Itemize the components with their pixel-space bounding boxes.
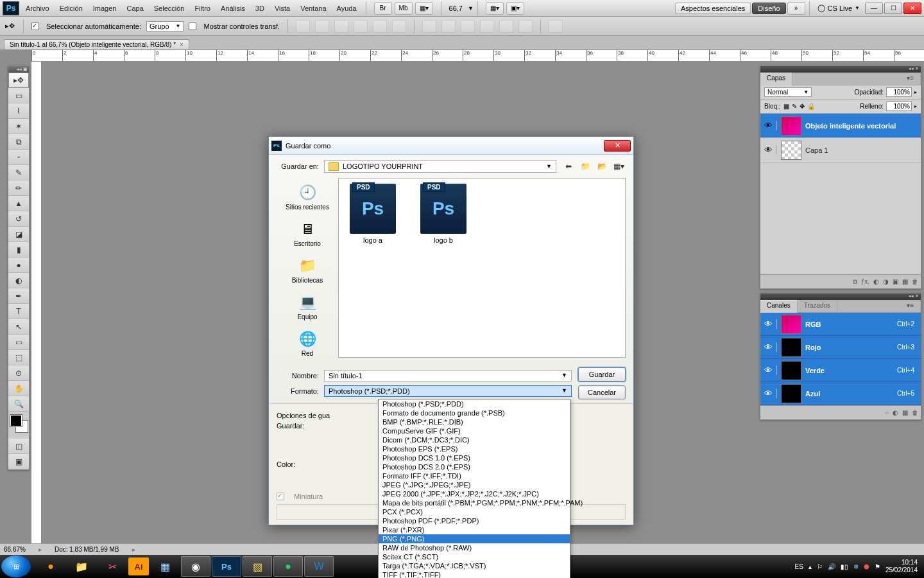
file-item[interactable]: Pslogo b	[415, 184, 472, 244]
layer-fx-icon[interactable]: ƒx.	[861, 278, 869, 285]
eyedropper-tool[interactable]: ⁃	[8, 150, 29, 165]
hand-tool[interactable]: ✋	[8, 381, 29, 396]
format-option[interactable]: TIFF (*.TIF;*.TIFF)	[379, 570, 570, 578]
window-minimize-button[interactable]: —	[865, 3, 883, 14]
tray-show-hidden-icon[interactable]: ▴	[809, 563, 812, 570]
close-icon[interactable]: ×	[180, 41, 184, 48]
places-sitios-recientes[interactable]: 🕘Sitios recientes	[278, 180, 336, 213]
places-equipo[interactable]: 💻Equipo	[278, 290, 336, 323]
cslive-button[interactable]: ◯ CS Live ▼	[814, 4, 864, 12]
bridge-icon[interactable]: Br	[374, 2, 392, 15]
cancel-button[interactable]: Cancelar	[578, 385, 626, 399]
menu-capa[interactable]: Capa	[121, 2, 148, 15]
tray-action-center-icon[interactable]: ⚑	[875, 563, 880, 570]
format-option[interactable]: JPEG 2000 (*.JPF;*.JPX;*.JP2;*.J2C;*.J2K…	[379, 489, 570, 498]
taskbar-snipping[interactable]: ✂	[98, 556, 127, 577]
panel-menu-icon[interactable]: ▾≡	[900, 73, 921, 85]
format-option[interactable]: Photoshop (*.PSD;*.PDD)	[379, 399, 570, 408]
visibility-icon[interactable]: 👁	[760, 121, 777, 130]
file-item[interactable]: Pslogo a	[344, 184, 402, 244]
tray-clock[interactable]: 10:14 25/02/2014	[886, 559, 918, 574]
zoom-level-readout[interactable]: 66,7	[445, 4, 466, 12]
workspace-essentials-button[interactable]: Aspectos esenciales	[675, 3, 751, 14]
screen-mode-icon[interactable]: ▣▾	[506, 2, 524, 15]
history-brush-tool[interactable]: ↺	[8, 211, 29, 227]
brush-tool[interactable]: ✏	[8, 180, 29, 196]
new-channel-icon[interactable]: ▦	[902, 409, 908, 416]
taskbar-firefox[interactable]: ●	[36, 556, 65, 577]
start-button[interactable]: ⊞	[1, 556, 31, 577]
menu-análisis[interactable]: Análisis	[216, 2, 250, 15]
channel-row[interactable]: 👁AzulCtrl+5	[760, 382, 921, 405]
adjustment-layer-icon[interactable]: ◑	[883, 278, 889, 285]
tray-language[interactable]: ES	[795, 563, 803, 570]
type-tool[interactable]: T	[8, 304, 29, 319]
fill-input[interactable]: 100%	[886, 101, 912, 111]
3d-camera-tool[interactable]: ⊙	[8, 365, 29, 381]
marquee-tool[interactable]: ▭	[8, 88, 29, 103]
places-red[interactable]: 🌐Red	[278, 327, 336, 360]
magic-wand-tool[interactable]: ✶	[8, 119, 29, 134]
menu-ayuda[interactable]: Ayuda	[332, 2, 362, 15]
shape-tool[interactable]: ▭	[8, 335, 29, 350]
format-option[interactable]: Photoshop PDF (*.PDF;*.PDP)	[379, 516, 570, 525]
status-zoom[interactable]: 66,67%	[4, 546, 26, 553]
save-in-location-dropdown[interactable]: LOGOTIPO YOURPRINT ▼	[324, 160, 556, 173]
load-channel-selection-icon[interactable]: ○	[885, 409, 889, 416]
format-option[interactable]: Targa (*.TGA;*.VDA;*.ICB;*.VST)	[379, 561, 570, 570]
new-layer-icon[interactable]: ▦	[902, 278, 908, 285]
format-option[interactable]: Photoshop DCS 1.0 (*.EPS)	[379, 453, 570, 462]
3d-tool[interactable]: ⬚	[8, 350, 29, 365]
format-options-list[interactable]: Photoshop (*.PSD;*.PDD)Formato de docume…	[378, 399, 570, 578]
crop-tool[interactable]: ⧉	[8, 134, 29, 150]
menu-filtro[interactable]: Filtro	[189, 2, 215, 15]
places-escritorio[interactable]: 🖥Escritorio	[278, 217, 336, 250]
delete-channel-icon[interactable]: 🗑	[912, 409, 918, 416]
taskbar-photoshop[interactable]: Ps	[212, 556, 241, 577]
tray-network-icon[interactable]: ▮▯	[841, 563, 848, 570]
lock-position-icon[interactable]: ✥	[800, 103, 805, 110]
file-list-area[interactable]: Pslogo aPslogo b	[338, 178, 626, 358]
taskbar-stickynotes[interactable]: ▧	[243, 556, 272, 577]
panel-menu-icon[interactable]: ▾≡	[900, 300, 921, 312]
view-extras-icon[interactable]: ▦▾	[415, 2, 433, 15]
taskbar-illustrator[interactable]: Ai	[128, 557, 149, 575]
window-maximize-button[interactable]: ☐	[884, 3, 902, 14]
foreground-color-swatch[interactable]	[10, 415, 22, 426]
lock-pixels-icon[interactable]: ✎	[792, 103, 797, 110]
taskbar-calculator[interactable]: ▦	[150, 556, 180, 577]
format-option[interactable]: Formato de documento grande (*.PSB)	[379, 408, 570, 417]
menu-vista[interactable]: Vista	[270, 2, 295, 15]
color-swatches[interactable]	[8, 412, 29, 439]
up-one-level-icon[interactable]: 📁	[578, 160, 592, 173]
workspace-design-button[interactable]: Diseño	[752, 3, 785, 14]
back-icon[interactable]: ⬅	[561, 160, 576, 173]
format-option[interactable]: Photoshop EPS (*.EPS)	[379, 444, 570, 453]
format-dropdown[interactable]: Photoshop (*.PSD;*.PDD)▼	[324, 385, 572, 397]
format-option[interactable]: BMP (*.BMP;*.RLE;*.DIB)	[379, 417, 570, 426]
paths-tab[interactable]: Trazados	[798, 300, 837, 312]
gradient-tool[interactable]: ▮	[8, 242, 29, 258]
arrange-documents-icon[interactable]: ▦▾	[486, 2, 504, 15]
dialog-close-button[interactable]: ✕	[604, 140, 631, 152]
auto-select-checkbox[interactable]	[31, 22, 39, 30]
channel-row[interactable]: 👁RGBCtrl+2	[760, 313, 921, 336]
layer-row[interactable]: 👁Capa 1	[760, 138, 921, 162]
layers-tab[interactable]: Capas	[760, 73, 792, 85]
visibility-icon[interactable]: 👁	[760, 145, 777, 155]
taskbar-chrome[interactable]: ◉	[181, 556, 210, 577]
menu-selección[interactable]: Selección	[149, 2, 190, 15]
layer-thumbnail[interactable]	[781, 116, 801, 136]
format-option[interactable]: PCX (*.PCX)	[379, 507, 570, 516]
lasso-tool[interactable]: ⌇	[8, 103, 29, 119]
eraser-tool[interactable]: ◪	[8, 227, 29, 242]
opacity-input[interactable]: 100%	[886, 87, 912, 97]
new-folder-icon[interactable]: 📂	[595, 160, 609, 173]
visibility-icon[interactable]: 👁	[760, 319, 777, 329]
taskbar-explorer[interactable]: 📁	[67, 556, 96, 577]
more-workspaces-icon[interactable]: »	[787, 2, 805, 15]
move-tool[interactable]: ▸✥	[8, 73, 29, 88]
link-layers-icon[interactable]: ⧉	[853, 278, 857, 286]
tray-flag-icon[interactable]: ⚐	[817, 563, 823, 570]
lock-all-icon[interactable]: 🔒	[807, 103, 815, 110]
